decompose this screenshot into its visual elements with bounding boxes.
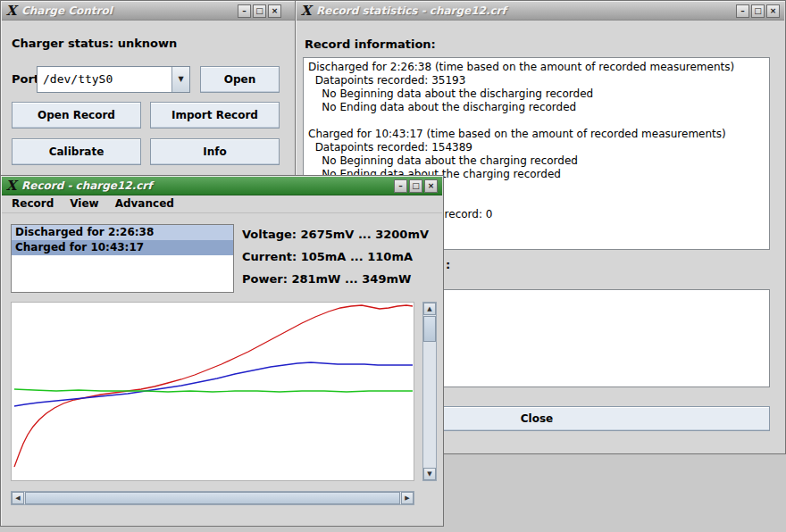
chart-line-current <box>14 389 413 392</box>
minimize-button[interactable]: – <box>238 4 251 18</box>
record-info-line: Charged for 10:43:17 (time based on the … <box>308 128 765 141</box>
scroll-left-icon[interactable]: ◀ <box>12 492 24 504</box>
open-button[interactable]: Open <box>200 66 280 93</box>
maximize-button[interactable]: □ <box>253 4 266 18</box>
chart-vertical-scrollbar: ▲ ▼ <box>422 302 437 481</box>
combo-dropdown-icon[interactable]: ▼ <box>171 67 189 92</box>
horizontal-scroll-thumb[interactable] <box>25 492 400 504</box>
window-title: Charge Control <box>21 4 234 17</box>
window-title: Record statistics - charge12.crf <box>316 4 732 17</box>
window-x-icon[interactable]: X <box>4 4 18 18</box>
chart-line-voltage <box>14 305 413 467</box>
close-button[interactable]: × <box>424 179 438 193</box>
charger-status-label: Charger status: unknown <box>12 37 177 50</box>
record-info-line: No Beginning data about the discharging … <box>308 87 765 101</box>
minimize-button[interactable]: – <box>736 4 749 18</box>
record-info-line: No Beginning data about the charging rec… <box>308 154 765 168</box>
scroll-up-icon[interactable]: ▲ <box>423 303 436 315</box>
maximize-button[interactable]: □ <box>751 4 765 18</box>
window-title: Record - charge12.crf <box>21 179 390 192</box>
record-chart-canvas[interactable] <box>11 302 414 481</box>
record-information-label: Record information: <box>305 37 436 51</box>
record-titlebar[interactable]: X Record - charge12.crf – □ × <box>2 177 442 195</box>
record-section-row[interactable]: Charged for 10:43:17 <box>12 240 233 255</box>
record-window: X Record - charge12.crf – □ × RecordView… <box>0 175 444 527</box>
record-menubar: RecordViewAdvanced <box>2 195 442 213</box>
measurement-line: Current: 105mA ... 110mA <box>242 245 429 268</box>
record-info-line: Datapoints recorded: 35193 <box>308 74 765 87</box>
record-chart-svg <box>12 303 415 482</box>
record-section-row[interactable]: Discharged for 2:26:38 <box>12 225 233 240</box>
menu-item[interactable]: Advanced <box>107 195 182 212</box>
charge-control-titlebar[interactable]: X Charge Control – □ × <box>2 2 295 21</box>
record-statistics-titlebar[interactable]: X Record statistics - charge12.crf – □ × <box>297 2 784 21</box>
scroll-right-icon[interactable]: ▶ <box>401 492 414 504</box>
measurement-line: Power: 281mW ... 349mW <box>242 268 429 290</box>
port-value[interactable]: /dev/ttyS0 <box>38 67 171 92</box>
measurement-line: Voltage: 2675mV ... 3200mV <box>242 223 429 245</box>
minimize-button[interactable]: – <box>394 179 407 193</box>
chart-line-power <box>14 362 413 406</box>
menu-item[interactable]: Record <box>4 195 62 212</box>
scroll-down-icon[interactable]: ▼ <box>423 468 436 480</box>
close-button[interactable]: × <box>766 4 780 18</box>
charge-control-window: X Charge Control – □ × Charger status: u… <box>0 0 297 179</box>
record-sections-list[interactable]: Discharged for 2:26:38Charged for 10:43:… <box>11 224 234 293</box>
vertical-scroll-thumb[interactable] <box>423 316 436 342</box>
chart-horizontal-scrollbar: ◀ ▶ <box>11 491 414 505</box>
port-combobox[interactable]: /dev/ttyS0 ▼ <box>37 66 190 93</box>
maximize-button[interactable]: □ <box>409 179 422 193</box>
record-info-line: Discharged for 2:26:38 (time based on th… <box>308 61 765 74</box>
record-info-line: Datapoints recorded: 154389 <box>308 141 765 154</box>
second-section-label-fragment: : <box>446 258 450 271</box>
measurement-summary: Voltage: 2675mV ... 3200mVCurrent: 105mA… <box>242 223 429 290</box>
import-record-button[interactable]: Import Record <box>150 102 280 129</box>
record-info-line <box>308 114 765 128</box>
open-record-button[interactable]: Open Record <box>12 102 141 129</box>
info-button[interactable]: Info <box>150 138 280 165</box>
record-info-line: No Ending data about the discharging rec… <box>308 101 765 114</box>
menu-item[interactable]: View <box>62 195 106 212</box>
window-x-icon[interactable]: X <box>299 4 313 18</box>
calibrate-button[interactable]: Calibrate <box>12 138 141 165</box>
window-x-icon[interactable]: X <box>4 179 18 193</box>
close-button[interactable]: × <box>268 4 281 18</box>
